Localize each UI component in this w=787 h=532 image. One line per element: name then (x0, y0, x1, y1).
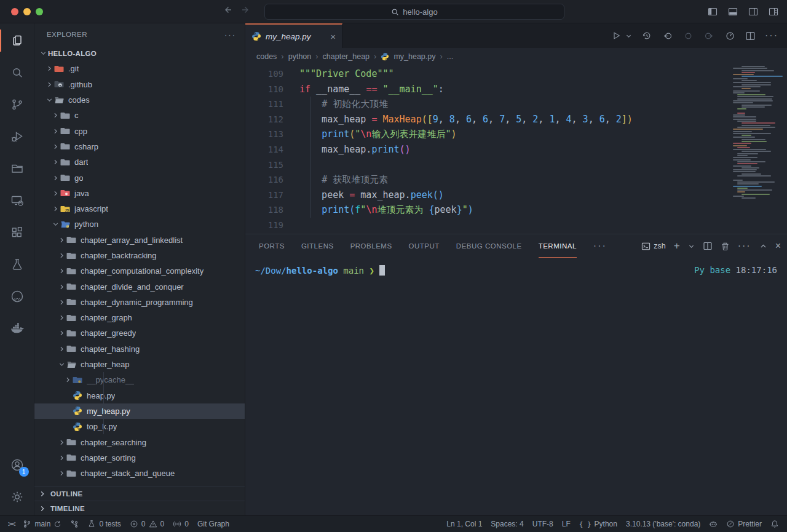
maximize-window-button[interactable] (36, 8, 43, 15)
folder-java[interactable]: java (34, 186, 245, 201)
panel-tab-output[interactable]: OUTPUT (409, 234, 440, 258)
code-line-114[interactable]: 114 max_heap.print() (245, 142, 787, 157)
file-heap-py[interactable]: heap.py (34, 388, 245, 403)
activity-search-icon[interactable] (0, 57, 34, 89)
folder-c[interactable]: c (34, 108, 245, 123)
status-feedback[interactable]: 0 (168, 516, 193, 532)
editor-more-actions-icon[interactable]: ··· (765, 30, 778, 41)
folder-dart[interactable]: dart (34, 154, 245, 170)
status-encoding[interactable]: UTF-8 (528, 516, 558, 532)
close-window-button[interactable] (11, 8, 18, 15)
command-center-search[interactable]: hello-algo (264, 4, 564, 20)
code-line-119[interactable]: 119 (245, 217, 787, 232)
code-line-118[interactable]: 118 print(f"\n堆顶元素为 {peek}") (245, 202, 787, 218)
status-problems[interactable]: 00 (125, 516, 168, 532)
run-dropdown-chevron-icon[interactable] (625, 33, 632, 39)
folder-hello-algo[interactable]: HELLO-ALGO (34, 46, 245, 61)
panel-tab-ports[interactable]: PORTS (259, 234, 285, 258)
toggle-primary-sidebar-icon[interactable] (708, 7, 718, 17)
status-prettier[interactable]: Prettier (722, 516, 766, 532)
timeline-history-icon[interactable] (641, 30, 652, 41)
status-git-branch[interactable]: main (18, 516, 66, 532)
status-notifications[interactable] (766, 516, 783, 532)
outline-section-header[interactable]: OUTLINE (34, 486, 245, 501)
status-copilot[interactable] (705, 516, 722, 532)
folder-chapter-sorting[interactable]: chapter_sorting (34, 450, 245, 466)
minimize-window-button[interactable] (23, 8, 31, 15)
folder-python[interactable]: python (34, 216, 245, 232)
folder-chapter-divide-and-conquer[interactable]: chapter_divide_and_conquer (34, 279, 245, 294)
activity-docker-icon[interactable] (0, 312, 34, 344)
folder-codes[interactable]: codes (34, 92, 245, 108)
code-line-112[interactable]: 112 max_heap = MaxHeap([9, 8, 6, 6, 7, 5… (245, 112, 787, 127)
folder-chapter-backtracking[interactable]: chapter_backtracking (34, 248, 245, 263)
folder-chapter-greedy[interactable]: chapter_greedy (34, 325, 245, 341)
status-python-interpreter[interactable]: 3.10.13 ('base': conda) (622, 516, 705, 532)
breadcrumb-item[interactable]: codes (256, 52, 277, 61)
file-my-heap-py[interactable]: my_heap.py (34, 403, 245, 419)
status-gitlens-graph[interactable] (66, 516, 83, 532)
terminal-shell-label[interactable]: zsh (641, 242, 665, 251)
file-top-k-py[interactable]: top_k.py (34, 419, 245, 434)
new-terminal-icon[interactable]: + (674, 240, 680, 252)
history-back-icon[interactable] (223, 5, 232, 15)
run-python-file-icon[interactable] (611, 30, 622, 41)
code-line-109[interactable]: 109"""Driver Code""" (245, 66, 787, 82)
maximize-panel-chevron-icon[interactable] (759, 242, 767, 250)
folder--pycache-[interactable]: __pycache__ (34, 372, 245, 387)
minimap[interactable] (733, 66, 782, 200)
folder-csharp[interactable]: csharp (34, 139, 245, 154)
folder-chapter-hashing[interactable]: chapter_hashing (34, 341, 245, 357)
folder-go[interactable]: go (34, 170, 245, 185)
panel-tab-debug-console[interactable]: DEBUG CONSOLE (456, 234, 522, 258)
toggle-secondary-sidebar-icon[interactable] (748, 7, 758, 17)
terminal-dropdown-chevron-icon[interactable] (688, 243, 695, 250)
code-line-115[interactable]: 115 (245, 157, 787, 172)
breadcrumb-item[interactable]: python (288, 52, 312, 61)
activity-testing-icon[interactable] (0, 248, 34, 280)
folder-chapter-stack-and-queue[interactable]: chapter_stack_and_queue (34, 466, 245, 481)
folder-cpp[interactable]: cpp (34, 123, 245, 138)
split-editor-icon[interactable] (745, 31, 756, 41)
kill-terminal-trash-icon[interactable] (721, 242, 730, 251)
terminal[interactable]: ~/Dow/hello-algo main ❯ Py base 18:17:16 (245, 258, 787, 515)
customize-layout-icon[interactable] (769, 7, 778, 17)
nav-back-circle-icon[interactable] (662, 30, 673, 42)
folder-javascript[interactable]: JSjavascript (34, 201, 245, 216)
code-line-111[interactable]: 111 # 初始化大顶堆 (245, 97, 787, 112)
folder-chapter-dynamic-programming[interactable]: chapter_dynamic_programming (34, 295, 245, 310)
breadcrumb-item[interactable]: ... (447, 52, 453, 61)
folder--github[interactable]: .github (34, 77, 245, 92)
panel-more-actions-icon[interactable]: ··· (738, 240, 751, 252)
folder-chapter-array-and-linkedlist[interactable]: chapter_array_and_linkedlist (34, 232, 245, 248)
activity-github-icon[interactable] (0, 280, 34, 312)
activity-extensions-icon[interactable] (0, 216, 34, 248)
timeline-section-header[interactable]: TIMELINE (34, 501, 245, 515)
breadcrumb-item[interactable]: my_heap.py (394, 52, 435, 61)
status-git-graph[interactable]: Git Graph (193, 516, 234, 532)
panel-tab-problems[interactable]: PROBLEMS (350, 234, 392, 258)
explorer-more-actions-icon[interactable]: ··· (224, 30, 236, 39)
status-indentation[interactable]: Spaces: 4 (486, 516, 528, 532)
folder--git[interactable]: .git (34, 61, 245, 76)
code-line-117[interactable]: 117 peek = max_heap.peek() (245, 187, 787, 202)
tab-close-icon[interactable]: × (330, 31, 336, 42)
toggle-panel-icon[interactable] (728, 7, 738, 17)
code-editor[interactable]: 109"""Driver Code"""110if __name__ == "_… (245, 65, 787, 234)
code-line-110[interactable]: 110if __name__ == "__main__": (245, 82, 787, 97)
activity-remote-explorer-icon[interactable] (0, 185, 34, 216)
status-remote-indicator[interactable]: >< (4, 516, 18, 532)
activity-settings-icon[interactable] (0, 481, 34, 513)
panel-tab-terminal[interactable]: TERMINAL (539, 234, 577, 258)
status-eol[interactable]: LF (558, 516, 575, 532)
close-panel-icon[interactable]: × (775, 240, 781, 252)
activity-folder-icon[interactable] (0, 153, 34, 185)
tab-my-heap-py[interactable]: my_heap.py × (245, 23, 342, 48)
folder-chapter-heap[interactable]: chapter_heap (34, 357, 245, 372)
activity-accounts-icon[interactable]: 1 (0, 449, 34, 481)
status-tests[interactable]: 0 tests (83, 516, 125, 532)
history-forward-icon[interactable] (241, 5, 251, 15)
split-terminal-icon[interactable] (703, 241, 713, 251)
panel-more-tabs-icon[interactable]: ··· (593, 240, 607, 252)
activity-run-debug-icon[interactable] (0, 121, 34, 153)
